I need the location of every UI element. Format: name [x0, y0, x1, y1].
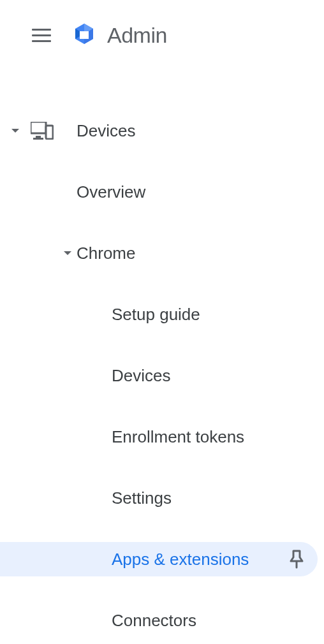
nav-item-enrollment-tokens[interactable]: Enrollment tokens [0, 420, 324, 454]
logo[interactable]: Admin [69, 20, 167, 50]
admin-logo-icon [69, 20, 99, 50]
app-title: Admin [107, 23, 167, 48]
svg-rect-3 [46, 126, 53, 139]
nav-label: Connectors [112, 611, 196, 631]
svg-rect-2 [33, 138, 43, 140]
nav-item-chrome-devices[interactable]: Devices [0, 358, 324, 393]
pin-icon[interactable] [288, 550, 305, 569]
header: Admin [0, 0, 324, 57]
nav-label: Settings [112, 488, 172, 508]
nav-label: Devices [112, 366, 170, 386]
nav-item-settings[interactable]: Settings [0, 481, 324, 515]
nav-item-overview[interactable]: Overview [0, 175, 324, 209]
nav-label: Overview [77, 182, 145, 202]
menu-icon[interactable] [32, 26, 51, 45]
nav-item-chrome[interactable]: Chrome [0, 236, 324, 270]
svg-rect-0 [31, 122, 46, 133]
nav-label: Apps & extensions [112, 550, 249, 569]
nav-item-devices[interactable]: Devices [0, 113, 324, 148]
nav-label: Devices [77, 121, 135, 141]
nav-label: Setup guide [112, 305, 200, 325]
chevron-down-icon [64, 251, 71, 255]
nav-label: Chrome [77, 244, 135, 263]
nav-item-setup-guide[interactable]: Setup guide [0, 297, 324, 332]
chevron-down-icon [11, 129, 19, 133]
nav-label: Enrollment tokens [112, 427, 244, 447]
nav-item-connectors[interactable]: Connectors [0, 603, 324, 638]
nav-item-apps-extensions[interactable]: Apps & extensions [0, 542, 318, 576]
svg-rect-1 [36, 136, 41, 138]
devices-icon [31, 122, 54, 140]
sidebar-nav: Devices Overview Chrome Setup guide Devi… [0, 57, 324, 644]
